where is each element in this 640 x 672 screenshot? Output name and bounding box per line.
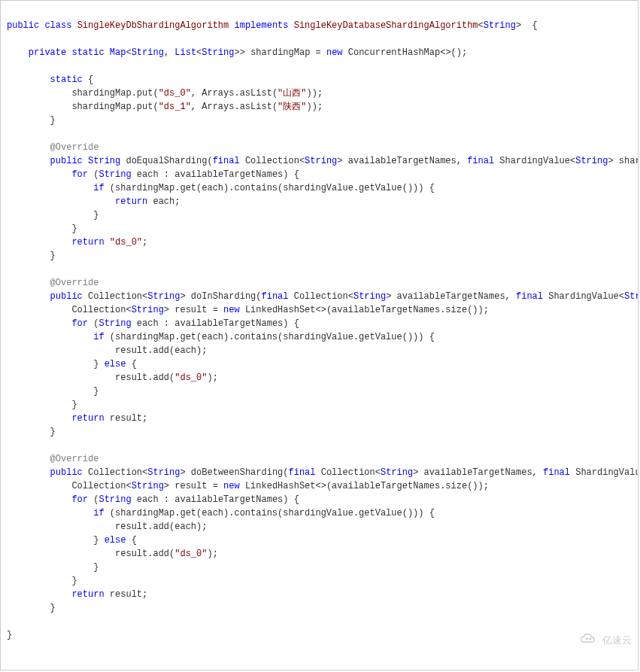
code-line: public Collection<String> doInSharding(f… [7, 291, 638, 302]
code-line: result.add(each); [7, 521, 207, 532]
code-text: , Arrays.asList( [191, 102, 278, 112]
keyword-public: public [50, 291, 83, 302]
keyword-for: for [71, 494, 88, 505]
code-text: )); [306, 102, 323, 112]
keyword-final: final [213, 156, 240, 166]
code-text: > doBetweenSharding( [180, 467, 288, 478]
class-name: SingleKeyDbShardingAlgorithm [77, 20, 229, 31]
type-string: String [353, 291, 386, 302]
code-text: result; [105, 413, 148, 424]
code-line: } [7, 427, 56, 437]
keyword-if: if [93, 183, 104, 193]
keyword-new: new [223, 305, 240, 315]
keyword-public: public [50, 156, 83, 166]
keyword-private: private [29, 47, 66, 58]
code-line: Collection<String> result = new LinkedHa… [7, 305, 489, 315]
watermark: 亿速云 [568, 617, 632, 664]
code-text: > shardingValue) { [608, 156, 638, 166]
keyword-final: final [289, 467, 316, 478]
code-line: return result; [7, 589, 147, 600]
code-line: } [7, 386, 99, 397]
string-literal: "ds_1" [159, 102, 191, 112]
code-line: } [7, 562, 99, 573]
keyword-static: static [71, 47, 104, 58]
code-text [7, 508, 93, 518]
code-text: (shardingMap.get(each).contains(sharding… [105, 332, 435, 342]
code-line: public String doEqualSharding(final Coll… [7, 156, 638, 166]
code-line: shardingMap.put("ds_0", Arrays.asList("山… [7, 88, 323, 99]
keyword-if: if [93, 508, 104, 518]
type-string: String [381, 467, 413, 478]
string-literal: "ds_0" [174, 372, 207, 383]
keyword-class: class [44, 20, 71, 31]
cloud-icon [568, 617, 599, 664]
code-text: Collection< [240, 156, 305, 166]
code-line: return each; [7, 196, 180, 207]
code-text: ShardingValue< [494, 156, 575, 166]
svg-point-0 [587, 638, 588, 640]
keyword-for: for [71, 318, 88, 329]
type-string: String [484, 20, 516, 31]
code-text: result.add( [7, 372, 174, 383]
type-string: String [147, 467, 180, 478]
string-literal: "ds_0" [159, 88, 191, 99]
code-text: (shardingMap.get(each).contains(sharding… [105, 183, 435, 193]
code-text: )); [306, 88, 323, 99]
code-line: shardingMap.put("ds_1", Arrays.asList("陕… [7, 102, 323, 112]
keyword-return: return [71, 413, 104, 424]
code-text: > availableTargetNames, [337, 156, 467, 166]
code-text: result.add( [7, 549, 174, 559]
type-string: String [99, 494, 131, 505]
type-string: String [147, 291, 180, 302]
code-line: } [7, 115, 56, 126]
code-text: each : availableTargetNames) { [132, 318, 299, 329]
code-line: Collection<String> result = new LinkedHa… [7, 481, 489, 491]
code-line: public Collection<String> doBetweenShard… [7, 467, 638, 478]
keyword-return: return [71, 237, 104, 248]
code-text: Collection< [83, 467, 147, 478]
svg-point-1 [590, 638, 591, 640]
code-text: Collection< [316, 467, 381, 478]
type-list: List [174, 47, 196, 58]
annotation-override: @Override [50, 454, 99, 464]
interface-name: SingleKeyDatabaseShardingAlgorithm [294, 20, 478, 31]
keyword-else: else [105, 535, 126, 546]
code-text: > { [516, 20, 538, 31]
code-block: public class SingleKeyDbShardingAlgorith… [0, 0, 638, 670]
code-text: } [7, 359, 105, 369]
code-text: (shardingMap.get(each).contains(sharding… [105, 508, 435, 518]
type-map: Map [110, 47, 126, 58]
code-line: } [7, 210, 99, 220]
string-literal: "ds_0" [110, 237, 142, 248]
code-text: result; [105, 589, 148, 600]
code-line: } [7, 400, 77, 410]
code-line: } [7, 251, 56, 261]
code-text: , Arrays.asList( [191, 88, 278, 99]
code-line: } [7, 223, 77, 234]
type-string: String [575, 156, 608, 166]
code-text: each; [147, 196, 180, 207]
code-line: if (shardingMap.get(each).contains(shard… [7, 508, 435, 518]
code-line: result.add(each); [7, 345, 207, 356]
keyword-else: else [105, 359, 126, 369]
code-line: } [7, 603, 56, 613]
code-line: @Override [7, 278, 99, 288]
annotation-override: @Override [50, 278, 99, 288]
type-string: String [88, 156, 120, 166]
code-text: ( [88, 494, 99, 505]
string-literal: "山西" [278, 88, 306, 99]
keyword-return: return [71, 589, 104, 600]
code-line: } else { [7, 535, 137, 546]
keyword-final: final [467, 156, 494, 166]
code-line: static { [7, 74, 93, 85]
type-string: String [132, 305, 164, 315]
type-string: String [624, 291, 638, 302]
code-text [7, 332, 93, 342]
code-text: each : availableTargetNames) { [132, 169, 299, 180]
keyword-implements: implements [234, 20, 288, 31]
code-text: shardingMap.put( [7, 88, 159, 99]
code-text [7, 318, 71, 329]
code-text: each : availableTargetNames) { [132, 494, 299, 505]
code-text: { [126, 359, 136, 369]
code-text [7, 589, 71, 600]
